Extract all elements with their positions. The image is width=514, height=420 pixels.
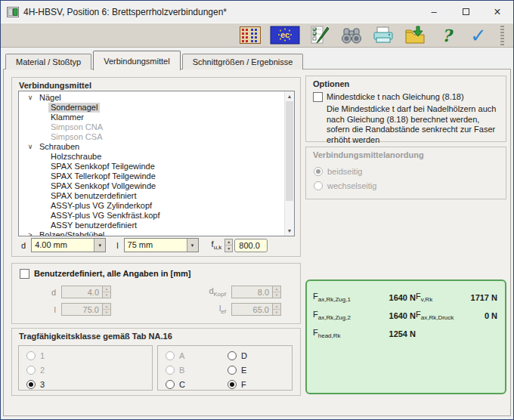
field-stepper: ▲▼ <box>102 304 110 315</box>
tab-strip: Material / StoßtypVerbindungsmittelSchni… <box>5 48 305 69</box>
toolbar-grip[interactable] <box>500 26 504 45</box>
fuk-stepper[interactable]: ▲▼ <box>224 239 233 252</box>
minimize-button[interactable]: – <box>418 1 450 23</box>
tree-item-spax-senkkopf-teilgewinde[interactable]: SPAX Senkkopf Teilgewinde <box>19 162 284 171</box>
radio-icon <box>166 366 175 375</box>
chevron-down-icon[interactable]: ∨ <box>26 142 35 152</box>
folder-save-icon[interactable] <box>402 25 428 46</box>
tab-schnittgrößen-ergebnisse[interactable]: Schnittgrößen / Ergebnisse <box>182 54 304 69</box>
result-label-head-rk: Fhead,Rk <box>313 328 379 339</box>
tree-item-label: Sondernagel <box>48 103 100 113</box>
class-radio-1: 1 <box>26 348 152 363</box>
printer-icon[interactable] <box>370 25 396 46</box>
tree-category-nägel[interactable]: ∨Nägel <box>19 93 284 103</box>
field-label-lef: lef <box>194 304 226 315</box>
min-thickness-checkbox[interactable] <box>313 92 323 102</box>
class-radio-e[interactable]: E <box>228 363 292 377</box>
question-glyph: ? <box>442 26 452 45</box>
stepper-down-icon: ▼ <box>103 309 110 315</box>
toolbar: ec <box>1 23 513 48</box>
tree-item-label: SPAX Senkkopf Vollgewinde <box>48 181 158 191</box>
result-label-ax-rk-druck: Fax,Rk,Druck <box>416 310 463 321</box>
options-description: Die Mindestdicke t darf bei Nadelhölzern… <box>327 104 503 145</box>
letter-class-box: ABCDEF <box>157 345 293 391</box>
radio-icon <box>166 351 175 360</box>
field-d: 4.0▲▼ <box>61 286 111 298</box>
radio-icon <box>26 366 36 375</box>
tree-item-spax-tellerkopf-teilgewinde[interactable]: SPAX Tellerkopf Teilgewinde <box>19 171 284 181</box>
length-value: 75 mm <box>125 239 187 252</box>
tree-item-label: Klammer <box>48 113 86 122</box>
field-label-l: l <box>27 305 56 314</box>
scroll-thumb[interactable] <box>286 101 293 201</box>
chevron-down-icon[interactable]: ▼ <box>94 239 105 252</box>
chevron-down-icon[interactable]: ∨ <box>26 93 35 103</box>
minimize-icon: – <box>431 6 436 17</box>
maximize-button[interactable] <box>450 1 481 23</box>
class-radio-3[interactable]: 3 <box>26 377 152 391</box>
tree-category-bolzen-stabdübel[interactable]: >Bolzen/Stabdübel <box>19 230 284 236</box>
radio-label: C <box>179 380 185 389</box>
field-value: 65.0 <box>232 305 272 314</box>
checklist-pen-icon[interactable] <box>307 25 333 46</box>
tab-label: Material / Stoßtyp <box>16 57 81 66</box>
scroll-up-icon[interactable]: ▲ <box>285 91 294 101</box>
tree-item-spax-senkkopf-vollgewinde[interactable]: SPAX Senkkopf Vollgewinde <box>19 181 284 191</box>
tree-item-assy-plus-vg-zylinderkopf[interactable]: ASSY-plus VG Zylinderkopf <box>19 201 284 211</box>
d-label: d <box>21 241 26 250</box>
radio-icon <box>228 380 237 389</box>
fastener-tree: ∨NägelSondernagelKlammerSimpson CNASimps… <box>18 91 295 236</box>
custom-dimensions-group: Benutzerdefiniert, alle Angaben in [mm] … <box>11 263 301 324</box>
radio-label: B <box>179 366 184 375</box>
eurocode-ec-icon[interactable]: ec <box>269 25 301 46</box>
fuk-input[interactable]: 800.0 <box>234 239 268 252</box>
help-question-icon[interactable]: ? <box>434 25 460 46</box>
field-l: 75.0▲▼ <box>61 303 111 316</box>
class-radio-d[interactable]: D <box>228 348 292 363</box>
tree-item-simpson-cna: Simpson CNA <box>19 122 284 132</box>
fastener-group: Verbindungsmittel ∨NägelSondernagelKlamm… <box>11 77 301 257</box>
close-button[interactable]: × <box>481 1 513 23</box>
class-radio-c[interactable]: C <box>166 377 228 391</box>
field-stepper: ▲▼ <box>102 286 110 298</box>
field-value: 4.0 <box>62 288 102 297</box>
window-controls: – × <box>418 1 513 23</box>
stepper-up-icon[interactable]: ▲ <box>225 239 232 246</box>
fuk-label: fu,k <box>212 239 222 251</box>
apply-check-icon[interactable]: ✓ <box>466 25 491 46</box>
tab-verbindungsmittel[interactable]: Verbindungsmittel <box>93 51 180 70</box>
tree-item-label: Simpson CSA <box>48 132 104 142</box>
arrangement-radio-wechselseitig: wechselseitig <box>314 178 376 193</box>
tab-label: Schnittgrößen / Ergebnisse <box>193 57 293 66</box>
scroll-down-icon[interactable]: ▼ <box>285 226 294 236</box>
pattern-grid-icon[interactable] <box>237 25 263 46</box>
diameter-value: 4.00 mm <box>32 239 94 252</box>
custom-dimensions-label: Benutzerdefiniert, alle Angaben in [mm] <box>34 269 190 278</box>
tree-scrollbar[interactable]: ▲ ▼ <box>284 91 294 236</box>
chevron-down-icon[interactable]: ▼ <box>187 239 198 252</box>
field-label-d: d <box>27 288 56 297</box>
stepper-down-icon: ▼ <box>103 292 110 298</box>
tree-item-assy-plus-vg-senkfräst-kopf[interactable]: ASSY-plus VG Senkfräst.kopf <box>19 211 284 221</box>
tab-material-stoßtyp[interactable]: Material / Stoßtyp <box>5 54 91 69</box>
class-radio-f[interactable]: F <box>228 377 292 391</box>
diameter-select[interactable]: 4.00 mm ▼ <box>31 238 106 252</box>
tree-item-sondernagel[interactable]: Sondernagel <box>19 103 284 113</box>
stepper-up-icon: ▲ <box>273 304 280 309</box>
field-stepper: ▲▼ <box>272 304 280 315</box>
tree-item-spax-benutzerdefiniert[interactable]: SPAX benutzerdefiniert <box>19 191 284 201</box>
result-value-head-rk: 1254 N <box>379 329 416 338</box>
chevron-right-icon[interactable]: > <box>26 230 35 236</box>
tree-item-klammer[interactable]: Klammer <box>19 113 284 122</box>
length-select[interactable]: 75 mm ▼ <box>124 238 199 252</box>
radio-icon <box>314 181 323 190</box>
tree-item-holzschraube[interactable]: Holzschraube <box>19 152 284 162</box>
tree-category-schrauben[interactable]: ∨Schrauben <box>19 142 284 152</box>
radio-label: 1 <box>40 351 45 360</box>
close-icon: × <box>494 5 500 19</box>
custom-dimensions-checkbox[interactable] <box>20 269 29 279</box>
stepper-down-icon[interactable]: ▼ <box>225 245 232 252</box>
binoculars-search-icon[interactable] <box>339 25 364 46</box>
tree-item-assy-benutzerdefiniert[interactable]: ASSY benutzerdefiniert <box>19 221 284 230</box>
tree-item-label: SPAX Tellerkopf Teilgewinde <box>48 171 158 181</box>
